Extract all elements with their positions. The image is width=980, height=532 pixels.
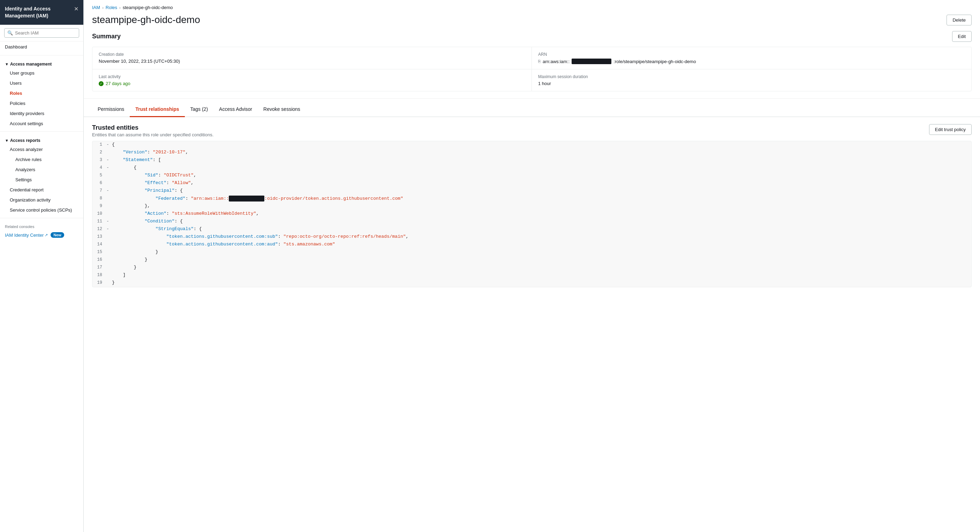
code-line-18: 18 ] [92,272,971,279]
sidebar-item-user-groups[interactable]: User groups [0,68,83,78]
breadcrumb-sep-2: › [119,6,121,10]
sidebar-item-scp[interactable]: Service control policies (SCPs) [0,205,83,215]
last-activity-cell: Last activity 27 days ago [92,69,532,91]
sidebar-section-access-management[interactable]: ▼ Access management [0,58,83,68]
summary-header: Summary Edit [92,31,972,42]
tab-tags[interactable]: Tags (2) [185,102,214,117]
arn-suffix: :role/steampipe/steampipe-gh-oidc-demo [614,59,696,64]
code-line-7: 7 - "Principal": { [92,187,971,195]
code-line-10: 10 "Action": "sts:AssumeRoleWithWebIdent… [92,210,971,218]
code-line-15: 15 } [92,249,971,256]
trust-policy-code-block: 1 - { 2 "Version": "2012-10-17", 3 - "St… [92,141,972,287]
tabs-row: Permissions Trust relationships Tags (2)… [84,102,980,117]
arn-redacted: ████████████ [572,59,611,64]
code-line-8: 8 "Federated": "arn:aws:iam::███████████… [92,195,971,203]
tab-revoke-sessions[interactable]: Revoke sessions [258,102,306,117]
sidebar-item-users[interactable]: Users [0,78,83,88]
last-activity-value: 27 days ago [99,81,525,86]
trusted-entities-title-group: Trusted entities Entities that can assum… [92,124,213,137]
sidebar-title: Identity and Access Management (IAM) [5,6,51,19]
max-session-label: Maximum session duration [538,74,965,79]
code-line-5: 5 "Sid": "OIDCTrust", [92,172,971,179]
code-line-16: 16 } [92,256,971,264]
arn-label: ARN [538,52,965,57]
code-line-1: 1 - { [92,141,971,149]
creation-date-value: November 10, 2022, 23:15 (UTC+05:30) [99,59,525,64]
code-line-4: 4 - { [92,164,971,172]
creation-date-label: Creation date [99,52,525,57]
sidebar-item-credential-report[interactable]: Credential report [0,185,83,195]
sidebar-item-dashboard[interactable]: Dashboard [0,41,83,52]
sidebar-item-account-settings[interactable]: Account settings [0,119,83,129]
max-session-value: 1 hour [538,81,965,86]
code-line-17: 17 } [92,264,971,272]
breadcrumb: IAM › Roles › steampipe-gh-oidc-demo [84,0,980,11]
creation-date-cell: Creation date November 10, 2022, 23:15 (… [92,47,532,69]
breadcrumb-iam[interactable]: IAM [92,5,100,10]
chevron-down-icon: ▼ [5,138,9,143]
close-icon[interactable]: ✕ [74,6,78,12]
iam-identity-center-row: IAM Identity Center ↗ New [0,230,83,240]
code-line-11: 11 - "Condition": { [92,218,971,226]
sidebar-item-policies[interactable]: Policies [0,98,83,108]
sidebar-section-access-reports[interactable]: ▼ Access reports [0,135,83,145]
sidebar-item-archive-rules[interactable]: Archive rules [0,154,83,165]
copy-icon[interactable]: ⎘ [538,59,541,64]
delete-button[interactable]: Delete [947,15,972,25]
main-inner: IAM › Roles › steampipe-gh-oidc-demo ste… [84,0,980,532]
edit-button[interactable]: Edit [952,31,972,42]
page-title-row: steampipe-gh-oidc-demo Delete [84,11,980,31]
main-content: IAM › Roles › steampipe-gh-oidc-demo ste… [84,0,980,532]
code-line-9: 9 }, [92,203,971,210]
related-consoles-label: Related consoles [0,221,83,230]
trusted-entities-subtitle: Entities that can assume this role under… [92,132,213,137]
edit-trust-policy-button[interactable]: Edit trust policy [929,124,972,135]
arn-value: ⎘ arn:aws:iam::████████████:role/steampi… [538,59,965,64]
breadcrumb-roles[interactable]: Roles [106,5,117,10]
breadcrumb-current: steampipe-gh-oidc-demo [123,5,173,10]
summary-section: Summary Edit Creation date November 10, … [84,31,980,98]
sidebar-item-organization-activity[interactable]: Organization activity [0,195,83,205]
search-input[interactable] [15,30,76,36]
trusted-entities-title: Trusted entities [92,124,213,132]
sidebar-header: Identity and Access Management (IAM) ✕ [0,0,83,25]
max-session-cell: Maximum session duration 1 hour [532,69,971,91]
code-line-13: 13 "token.actions.githubusercontent.com:… [92,233,971,241]
sidebar-item-identity-providers[interactable]: Identity providers [0,108,83,119]
code-line-12: 12 - "StringEquals": { [92,226,971,233]
tab-access-advisor[interactable]: Access Advisor [213,102,258,117]
arn-prefix: arn:aws:iam:: [542,59,570,64]
chevron-down-icon: ▼ [5,62,9,66]
sidebar-search-container: 🔍 [0,25,83,41]
summary-grid: Creation date November 10, 2022, 23:15 (… [92,47,972,91]
summary-title: Summary [92,33,121,40]
breadcrumb-sep-1: › [102,6,103,10]
tab-permissions[interactable]: Permissions [92,102,130,117]
external-link-icon: ↗ [45,233,48,237]
sidebar-item-analyzers[interactable]: Analyzers [0,165,83,175]
code-line-6: 6 "Effect": "Allow", [92,179,971,187]
search-icon: 🔍 [7,30,13,36]
trusted-entities-header: Trusted entities Entities that can assum… [92,124,972,137]
sidebar-item-access-analyzer[interactable]: Access analyzer [0,145,83,154]
search-box[interactable]: 🔍 [4,28,79,38]
activity-success-icon [99,81,103,86]
sidebar-item-settings[interactable]: Settings [0,175,83,185]
tab-trust-relationships[interactable]: Trust relationships [130,102,185,117]
page-title: steampipe-gh-oidc-demo [92,14,200,25]
sidebar-item-roles[interactable]: Roles [0,88,83,98]
last-activity-label: Last activity [99,74,525,79]
code-line-19: 19 } [92,279,971,287]
iam-identity-center-link[interactable]: IAM Identity Center ↗ [5,232,48,238]
code-line-2: 2 "Version": "2012-10-17", [92,149,971,157]
sidebar: Identity and Access Management (IAM) ✕ 🔍… [0,0,84,532]
code-line-14: 14 "token.actions.githubusercontent.com:… [92,241,971,249]
code-line-3: 3 - "Statement": [ [92,157,971,164]
arn-cell: ARN ⎘ arn:aws:iam::████████████:role/ste… [532,47,971,69]
trust-content: Trusted entities Entities that can assum… [84,117,980,294]
new-badge: New [51,232,64,238]
